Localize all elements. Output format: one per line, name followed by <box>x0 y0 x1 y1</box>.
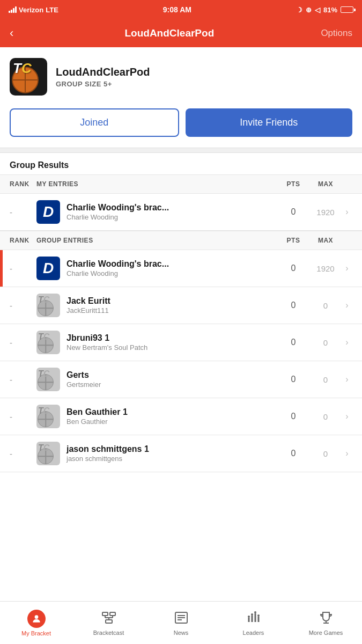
pts-cell: 0 <box>277 264 309 273</box>
buttons-row: Joined Invite Friends <box>0 104 362 148</box>
bottom-nav: My Bracket Bracketcast News <box>0 601 362 644</box>
entry-sub: Charlie Wooding <box>67 269 169 277</box>
rank-cell: - <box>10 208 36 217</box>
my-entries-rank-col: RANK <box>10 180 36 188</box>
table-row[interactable]: - TC Jbruni93 1 New Bertram's Soul Patch… <box>0 324 362 361</box>
location-icon: ◁ <box>315 6 320 14</box>
entry-texts: Jack Euritt JackEuritt111 <box>67 296 110 314</box>
rank-cell: - <box>10 301 36 310</box>
svg-rect-2 <box>110 612 115 616</box>
entry-name: Gerts <box>67 370 101 380</box>
group-size: GROUP SIZE 5+ <box>56 80 150 88</box>
battery-icon <box>341 6 353 13</box>
back-button[interactable]: ‹ <box>10 24 18 42</box>
group-info: LoudAndClearPod GROUP SIZE 5+ <box>56 66 150 88</box>
lock-rotation-icon: ⊕ <box>306 6 312 14</box>
entry-sub: jason schmittgens <box>67 455 149 463</box>
rank-cell: - <box>10 449 36 458</box>
svg-point-19 <box>257 614 260 617</box>
status-bar: Verizon LTE 9:08 AM ☽ ⊕ ◁ 81% <box>0 0 362 19</box>
entry-name: jason schmittgens 1 <box>67 444 149 454</box>
entry-name: Jbruni93 1 <box>67 333 147 343</box>
trophy-icon <box>319 610 334 627</box>
chevron-right-icon: › <box>342 264 352 273</box>
group-max-col: MAX <box>309 237 342 244</box>
max-cell: 0 <box>309 301 342 310</box>
max-cell: 1920 <box>309 208 342 217</box>
joined-button[interactable]: Joined <box>10 108 179 137</box>
group-name: LoudAndClearPod <box>56 66 150 78</box>
carrier-label: Verizon <box>19 6 43 14</box>
nav-item-news[interactable]: News <box>145 602 217 644</box>
max-cell: 0 <box>309 449 342 458</box>
invite-friends-button[interactable]: Invite Friends <box>186 108 353 137</box>
my-entries-header: RANK MY ENTRIES PTS MAX <box>0 174 362 194</box>
max-cell: 0 <box>309 338 342 347</box>
entry-info: TC Gerts Gertsmeier <box>36 368 277 391</box>
my-entries-pts-col: PTS <box>277 180 309 188</box>
nav-label-bracketcast: Bracketcast <box>93 630 124 636</box>
status-left: Verizon LTE <box>9 6 58 14</box>
entry-info: TC Jack Euritt JackEuritt111 <box>36 294 277 317</box>
rank-cell: - <box>10 264 36 273</box>
max-cell: 0 <box>309 375 342 384</box>
tc-text: TC <box>13 61 32 75</box>
entry-sub: Gertsmeier <box>67 380 101 389</box>
svg-point-17 <box>251 613 253 616</box>
entry-info: TC Ben Gauthier 1 Ben Gauthier <box>36 405 277 428</box>
table-row[interactable]: - TC Ben Gauthier 1 Ben Gauthier 0 0 › <box>0 398 362 435</box>
entry-info: D Charlie Wooding's brac... Charlie Wood… <box>36 257 277 280</box>
rank-cell: - <box>10 338 36 347</box>
my-entries-max-col: MAX <box>309 180 342 188</box>
pts-cell: 0 <box>277 207 309 217</box>
nav-item-my-bracket[interactable]: My Bracket <box>0 602 72 644</box>
chevron-right-icon: › <box>342 449 352 458</box>
nav-item-bracketcast[interactable]: Bracketcast <box>72 602 145 644</box>
nav-item-more-games[interactable]: More Games <box>290 602 362 644</box>
header-title: LoudAndClearPod <box>124 27 214 39</box>
duke-logo: D <box>36 257 60 280</box>
entry-sub: JackEuritt111 <box>67 306 110 314</box>
nav-label-more-games: More Games <box>309 630 343 636</box>
header: ‹ LoudAndClearPod Options <box>0 19 362 47</box>
max-cell: 1920 <box>309 264 342 273</box>
rank-cell: - <box>10 412 36 421</box>
chevron-right-icon: › <box>342 412 352 421</box>
person-icon <box>27 610 46 628</box>
options-button[interactable]: Options <box>321 28 352 39</box>
nav-item-leaders[interactable]: Leaders <box>217 602 290 644</box>
pts-cell: 0 <box>277 449 309 458</box>
divider <box>0 148 362 153</box>
table-row[interactable]: - TC Gerts Gertsmeier 0 0 › <box>0 361 362 398</box>
entry-info: D Charlie Wooding's brac... Charlie Wood… <box>36 200 277 224</box>
network-label: LTE <box>46 6 58 14</box>
entry-info: TC jason schmittgens 1 jason schmittgens <box>36 442 277 465</box>
group-entries-table: RANK GROUP ENTRIES PTS MAX - D Charlie W… <box>0 231 362 472</box>
entry-name: Charlie Wooding's brac... <box>67 203 169 213</box>
svg-rect-1 <box>102 612 108 616</box>
nav-label-news: News <box>174 630 189 636</box>
svg-point-16 <box>248 616 250 618</box>
entry-texts: jason schmittgens 1 jason schmittgens <box>67 444 149 463</box>
my-entries-table: RANK MY ENTRIES PTS MAX - D Charlie Wood… <box>0 174 362 231</box>
status-right: ☽ ⊕ ◁ 81% <box>296 6 353 14</box>
pts-cell: 0 <box>277 375 309 384</box>
entry-texts: Gerts Gertsmeier <box>67 370 101 389</box>
table-row[interactable]: - TC Jack Euritt JackEuritt111 0 0 › <box>0 287 362 324</box>
tc-logo-small: TC <box>36 405 60 428</box>
group-pts-col: PTS <box>277 237 309 244</box>
leaders-icon <box>246 610 261 627</box>
chevron-right-icon: › <box>342 301 352 310</box>
table-row[interactable]: - D Charlie Wooding's brac... Charlie Wo… <box>0 250 362 287</box>
entry-info: TC Jbruni93 1 New Bertram's Soul Patch <box>36 331 277 354</box>
entry-name: Jack Euritt <box>67 296 110 306</box>
table-row[interactable]: - TC jason schmittgens 1 jason schmittge… <box>0 435 362 472</box>
table-row[interactable]: - D Charlie Wooding's brac... Charlie Wo… <box>0 194 362 231</box>
group-rank-col: RANK <box>10 237 36 244</box>
group-entries-col: GROUP ENTRIES <box>36 237 277 244</box>
tc-logo-small: TC <box>36 331 60 354</box>
chevron-right-icon: › <box>342 375 352 384</box>
entry-name: Charlie Wooding's brac... <box>67 259 169 269</box>
bracketcast-icon <box>101 610 116 627</box>
time-label: 9:08 AM <box>163 5 191 14</box>
